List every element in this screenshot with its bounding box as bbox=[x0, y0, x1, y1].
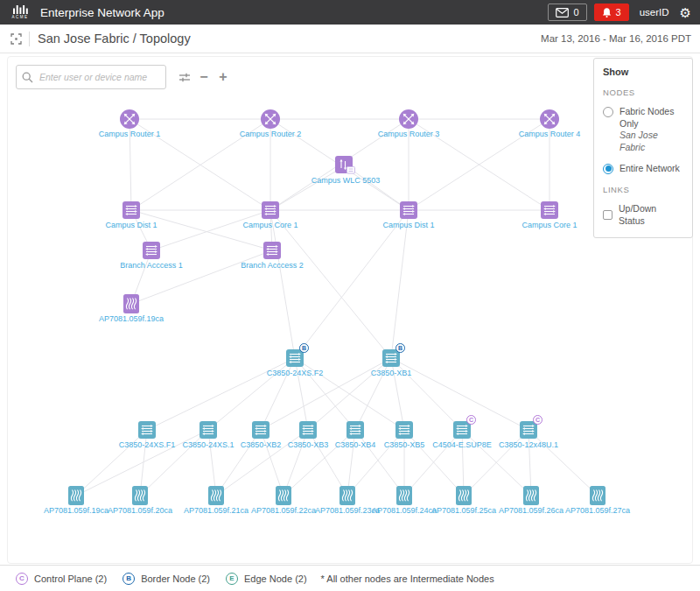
badge-c-icon: C bbox=[466, 415, 476, 425]
node-label: Campus Core 1 bbox=[522, 221, 577, 229]
node-label: C3850-24XS.F1 bbox=[119, 440, 176, 449]
node-label: C3850-XB2 bbox=[241, 440, 282, 449]
node-label: Campus Core 1 bbox=[242, 221, 298, 229]
node-label: C3850-XB4 bbox=[335, 440, 376, 449]
checkbox-up-down-status[interactable]: Up/Down Status bbox=[603, 203, 683, 227]
router-icon bbox=[540, 109, 560, 130]
alerts-button[interactable]: 3 bbox=[594, 4, 629, 21]
search-icon bbox=[22, 72, 33, 83]
node-label: Branch Acccess 1 bbox=[120, 261, 183, 270]
node-label: Campus Router 3 bbox=[378, 130, 440, 138]
user-menu[interactable]: userID bbox=[640, 7, 669, 18]
filter-button[interactable] bbox=[175, 67, 194, 87]
node-label: Campus Dist 1 bbox=[382, 221, 434, 229]
legend-item-border-node: B Border Node (2) bbox=[122, 573, 210, 585]
node-label: Campus Router 2 bbox=[240, 130, 302, 138]
node-label: C3850-24XS.F2 bbox=[267, 369, 324, 377]
node-label: AP7081.059f.27ca bbox=[565, 506, 630, 515]
node-label: AP7081.059f.25ca bbox=[431, 506, 496, 515]
acme-bars-icon bbox=[13, 5, 28, 14]
node-label: AP7081.059f.19ca bbox=[44, 506, 108, 515]
envelope-icon bbox=[556, 8, 569, 18]
node-label: C3850-XB5 bbox=[384, 440, 425, 449]
radio-icon bbox=[603, 164, 613, 174]
links-section-label: LINKS bbox=[603, 185, 683, 194]
node-label: AP7081.059f.23ca bbox=[315, 506, 380, 515]
node-label: AP7081.059f.22ca bbox=[251, 506, 316, 515]
router-icon bbox=[261, 109, 281, 130]
top-header: ACME Enterprise Network App 0 3 userID ⚙ bbox=[0, 0, 700, 25]
switch-icon bbox=[263, 242, 281, 259]
app-title: Enterprise Network App bbox=[40, 6, 164, 19]
switch-icon bbox=[400, 201, 417, 219]
wlc-icon bbox=[335, 156, 356, 175]
brand-name: ACME bbox=[11, 15, 28, 19]
badge-c-icon: C bbox=[533, 415, 542, 425]
switch-icon bbox=[346, 421, 364, 439]
messages-count: 0 bbox=[573, 7, 578, 18]
node-label: AP7081.059f.19ca bbox=[99, 314, 164, 323]
acme-logo: ACME bbox=[9, 5, 32, 19]
node-label: AP7081.059f.26ca bbox=[499, 506, 564, 515]
alerts-count: 3 bbox=[616, 7, 621, 18]
node-label: AP7081.059f.21ca bbox=[184, 506, 248, 515]
access-point-icon bbox=[340, 486, 355, 505]
switch-icon bbox=[252, 421, 270, 439]
fit-view-icon[interactable] bbox=[10, 33, 22, 45]
router-icon bbox=[120, 109, 140, 130]
node-label: AP7081.059f.20ca bbox=[108, 506, 172, 515]
header-actions: 0 3 userID ⚙ bbox=[548, 4, 691, 21]
checkbox-icon bbox=[603, 210, 612, 220]
switch-icon bbox=[396, 421, 413, 439]
legend-item-edge-node: E Edge Node (2) bbox=[226, 573, 307, 585]
search-input[interactable] bbox=[38, 71, 160, 83]
node-label: Campus Router 1 bbox=[99, 130, 161, 138]
switch-icon bbox=[143, 242, 160, 259]
badge-b-icon: B bbox=[299, 343, 309, 353]
access-point-icon bbox=[208, 486, 224, 505]
node-label: C3850-24XS.1 bbox=[182, 440, 234, 449]
radio-entire-network[interactable]: Entire Network bbox=[603, 163, 683, 175]
badge-b-icon: B bbox=[396, 343, 405, 353]
checkbox-label: Up/Down Status bbox=[619, 203, 683, 227]
access-point-icon bbox=[590, 486, 606, 505]
access-point-icon bbox=[456, 486, 472, 505]
search-box bbox=[16, 65, 166, 89]
gear-icon[interactable]: ⚙ bbox=[680, 6, 691, 19]
access-point-icon bbox=[276, 486, 291, 505]
radio-sublabel: San Jose Fabric bbox=[620, 130, 658, 152]
show-panel-title: Show bbox=[603, 67, 683, 77]
node-label: Campus WLC 5503 bbox=[312, 176, 381, 185]
switch-icon bbox=[262, 201, 279, 219]
node-label: C4504-E.SUP8E bbox=[432, 440, 492, 449]
messages-button[interactable]: 0 bbox=[548, 4, 586, 21]
node-label: C3850-12x48U.1 bbox=[499, 440, 558, 449]
breadcrumb: San Jose Fabric / Topology bbox=[38, 32, 191, 46]
radio-label: Fabric Nodes Only bbox=[620, 106, 674, 129]
radio-fabric-nodes-only[interactable]: Fabric Nodes Only San Jose Fabric bbox=[603, 106, 683, 154]
show-panel: Show NODES Fabric Nodes Only San Jose Fa… bbox=[593, 58, 693, 238]
node-label: Campus Dist 1 bbox=[105, 221, 157, 229]
node-label: AP7081.059f.24ca bbox=[372, 506, 437, 515]
switch-icon bbox=[541, 201, 558, 219]
edge-node-badge-icon: E bbox=[226, 573, 238, 585]
radio-label: Entire Network bbox=[620, 163, 680, 175]
access-point-icon bbox=[68, 486, 84, 505]
bell-icon bbox=[602, 7, 612, 18]
access-point-icon bbox=[123, 294, 139, 313]
legend-item-control-plane: C Control Plane (2) bbox=[16, 573, 107, 585]
node-label: C3850-XB3 bbox=[288, 440, 329, 449]
node-label: Campus Router 4 bbox=[519, 130, 581, 138]
zoom-out-button[interactable]: − bbox=[194, 67, 214, 87]
access-point-icon bbox=[132, 486, 148, 505]
legend-bar: C Control Plane (2) B Border Node (2) E … bbox=[0, 565, 700, 591]
switch-icon bbox=[200, 421, 217, 439]
nodes-section-label: NODES bbox=[603, 88, 683, 97]
radio-icon bbox=[603, 107, 613, 117]
sub-header: San Jose Fabric / Topology Mar 13, 2016 … bbox=[0, 25, 700, 53]
legend-note: * All other nodes are Intermediate Nodes bbox=[321, 573, 494, 584]
divider bbox=[29, 32, 30, 46]
switch-icon bbox=[299, 421, 317, 439]
zoom-in-button[interactable]: + bbox=[214, 67, 233, 87]
access-point-icon bbox=[523, 486, 539, 505]
